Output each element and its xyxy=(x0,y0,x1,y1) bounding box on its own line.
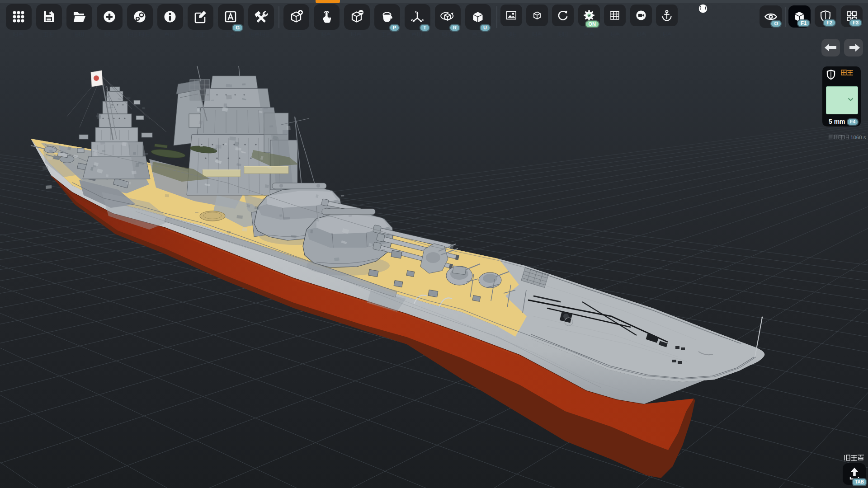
svg-text:1060 s: 1060 s xyxy=(850,135,866,140)
